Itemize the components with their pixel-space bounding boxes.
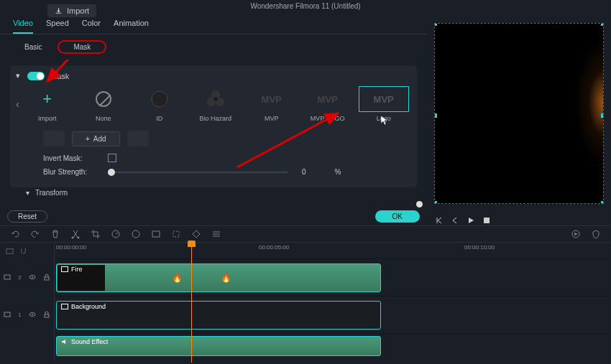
- split-icon[interactable]: [70, 229, 81, 239]
- preview-viewport[interactable]: [434, 23, 604, 204]
- blur-strength-unit: %: [335, 168, 341, 176]
- mask-section-label: Mask: [50, 72, 69, 80]
- svg-point-11: [132, 230, 139, 238]
- mask-expander[interactable]: ▾ Mask: [16, 71, 411, 80]
- video-clip-icon: [61, 266, 68, 272]
- ok-button[interactable]: OK: [375, 210, 420, 223]
- mask-item-id[interactable]: ID: [132, 86, 188, 122]
- redo-icon[interactable]: [30, 229, 40, 239]
- mask-item-mvp[interactable]: MVP MVP: [244, 86, 300, 122]
- add-keyframe-button[interactable]: + Add: [72, 131, 120, 146]
- tab-speed[interactable]: Speed: [46, 19, 69, 34]
- crop-icon[interactable]: [91, 229, 101, 239]
- delete-icon[interactable]: [50, 229, 60, 239]
- track-row-1[interactable]: Background: [55, 296, 611, 333]
- preview-panel: [427, 13, 611, 225]
- blur-strength-slider[interactable]: [108, 172, 288, 173]
- tabs: Video Speed Color Animation: [0, 13, 427, 34]
- svg-point-22: [32, 314, 33, 315]
- clip-fire[interactable]: Fire 🔥 🔥: [56, 263, 381, 292]
- svg-rect-7: [484, 218, 490, 223]
- prev-keyframe-button[interactable]: [43, 131, 65, 146]
- blur-strength-label: Blur Strength:: [43, 168, 93, 176]
- video-clip-icon: [61, 304, 68, 309]
- timeline-toolbar: [0, 225, 611, 243]
- track-row-2[interactable]: Fire 🔥 🔥: [55, 258, 611, 296]
- svg-point-8: [72, 237, 74, 239]
- audio-clip-icon: [61, 339, 68, 345]
- svg-point-9: [78, 237, 80, 239]
- svg-rect-23: [45, 314, 49, 317]
- lock-icon[interactable]: [43, 311, 50, 318]
- eye-icon[interactable]: [29, 274, 36, 281]
- menu-icon[interactable]: [211, 229, 221, 239]
- transform-expander[interactable]: ▾ Transform: [26, 189, 417, 197]
- filmstrip-icon: [4, 274, 11, 281]
- blur-strength-value: 0: [302, 168, 306, 176]
- svg-point-4: [213, 97, 218, 101]
- marker-icon[interactable]: [171, 229, 181, 239]
- track-header-2[interactable]: 2: [0, 258, 54, 296]
- clip-background[interactable]: Background: [56, 301, 381, 330]
- timeline-ruler[interactable]: 00:00:00:00 00:00:05:00 00:00:10:00: [55, 243, 611, 258]
- id-icon: [150, 90, 169, 108]
- plus-icon: +: [42, 90, 52, 108]
- undo-icon[interactable]: [10, 229, 20, 239]
- svg-rect-19: [45, 277, 49, 280]
- mask-toggle[interactable]: [27, 72, 45, 80]
- mvp-text-icon: MVP: [262, 94, 282, 105]
- svg-rect-16: [4, 275, 10, 279]
- eye-icon[interactable]: [29, 311, 36, 318]
- none-icon: [96, 91, 111, 107]
- reset-button[interactable]: Reset: [7, 210, 47, 223]
- track-header-1[interactable]: 1: [0, 296, 54, 333]
- tab-animation[interactable]: Animation: [114, 19, 149, 34]
- subtabs: Basic Mask: [0, 34, 427, 60]
- magnet-icon[interactable]: [19, 247, 27, 255]
- green-screen-icon[interactable]: [151, 229, 161, 239]
- invert-mask-checkbox[interactable]: [108, 154, 116, 162]
- cursor-icon: [381, 116, 388, 126]
- timeline: 2 1 00:00:00:00 00:00:05:00 00:00:10:00 …: [0, 243, 611, 363]
- fire-thumbnail: 🔥: [221, 273, 231, 283]
- svg-rect-15: [6, 248, 13, 253]
- tab-color[interactable]: Color: [82, 19, 101, 34]
- color-icon[interactable]: [131, 229, 141, 239]
- chevron-down-icon: ▾: [26, 189, 29, 197]
- render-icon[interactable]: [571, 229, 581, 239]
- clip-sound-effect[interactable]: Sound Effect: [56, 336, 381, 356]
- mvp-logo-icon: MVP: [318, 94, 338, 105]
- playhead[interactable]: [191, 243, 192, 363]
- chevron-down-icon: ▾: [16, 71, 22, 80]
- filmstrip-icon: [4, 311, 11, 318]
- invert-mask-label: Invert Mask:: [43, 154, 93, 162]
- tracks-area[interactable]: 00:00:00:00 00:00:05:00 00:00:10:00 Fire…: [55, 243, 611, 363]
- subtab-mask[interactable]: Mask: [58, 40, 106, 54]
- tab-video[interactable]: Video: [13, 19, 33, 34]
- mask-item-mvplogo[interactable]: MVP MVP LOGO: [300, 86, 356, 122]
- logo-icon: MVP: [374, 94, 394, 105]
- mask-item-none[interactable]: None: [75, 86, 132, 122]
- play-button[interactable]: [466, 215, 476, 225]
- prev-frame-button[interactable]: [434, 215, 444, 225]
- next-keyframe-button[interactable]: [127, 131, 149, 146]
- shield-icon[interactable]: [591, 229, 601, 239]
- mask-item-biohazard[interactable]: Bio Hazard: [188, 86, 244, 122]
- mask-item-import[interactable]: + Import: [19, 86, 75, 122]
- svg-rect-13: [173, 231, 179, 237]
- lock-icon[interactable]: [43, 274, 50, 281]
- svg-point-0: [152, 91, 167, 107]
- svg-point-18: [32, 276, 33, 278]
- track-row-audio[interactable]: Sound Effect: [55, 333, 611, 362]
- biohazard-icon: [206, 89, 226, 109]
- plus-small-icon: +: [86, 135, 90, 143]
- speed-icon[interactable]: [111, 229, 121, 239]
- stop-button[interactable]: [482, 215, 492, 225]
- subtab-basic[interactable]: Basic: [9, 40, 58, 54]
- track-add-icon[interactable]: [6, 247, 14, 255]
- step-back-button[interactable]: [450, 215, 460, 225]
- fire-thumbnail: 🔥: [172, 273, 183, 283]
- svg-rect-20: [4, 312, 10, 317]
- keyframe-icon[interactable]: [191, 229, 201, 239]
- svg-rect-12: [152, 231, 160, 237]
